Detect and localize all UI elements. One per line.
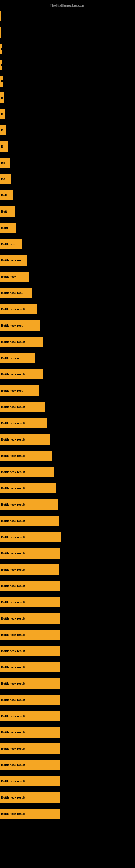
bar: E xyxy=(0,76,3,87)
bar: Bottleneck resu xyxy=(0,288,32,298)
bar-row: Bottleneck xyxy=(0,269,135,285)
bar: Bott xyxy=(0,190,13,200)
bar-row: Bottleneck result xyxy=(0,415,135,431)
bar-label: Bottleneck result xyxy=(1,438,25,441)
bar-row: Bottleneck result xyxy=(0,773,135,789)
bar: Bottleneck result xyxy=(0,369,43,379)
bar: Bottlenec xyxy=(0,239,21,249)
bar: Bottleneck result xyxy=(0,597,60,607)
bar-row: E xyxy=(0,73,135,90)
bar-row: Bottleneck result xyxy=(0,724,135,741)
bar-label: Bottleneck result xyxy=(1,812,25,815)
bar: Bottleneck result xyxy=(0,402,45,412)
bar: Bottleneck result xyxy=(0,451,52,461)
bar-row: Bottleneck result xyxy=(0,757,135,773)
bar-label: B xyxy=(1,129,3,132)
bar-row: Bottleneck res xyxy=(0,252,135,269)
bar: E xyxy=(0,60,2,70)
bar-row: Bottleneck result xyxy=(0,399,135,415)
bar-row: Bottleneck result xyxy=(0,366,135,382)
bar-row: E xyxy=(0,57,135,73)
bar: Bottleneck re xyxy=(0,353,35,363)
bar-row xyxy=(0,24,135,41)
bar-label: Bottleneck result xyxy=(1,373,25,376)
bar-label: Bottleneck result xyxy=(1,422,25,425)
bar: Bottleneck result xyxy=(0,711,60,721)
bar-label: Bottleneck xyxy=(1,275,16,278)
bar-label: Bottleneck result xyxy=(1,552,25,555)
bar-row: Bottleneck result xyxy=(0,513,135,529)
bar-label: Bottleneck re xyxy=(1,356,20,360)
bar-row: Bottleneck result xyxy=(0,610,135,627)
bar-row: E xyxy=(0,41,135,57)
bar-label: Bottleneck result xyxy=(1,617,25,620)
bar-row: Bottleneck result xyxy=(0,741,135,757)
bar: Bottleneck result xyxy=(0,304,37,314)
bar: Bottleneck result xyxy=(0,434,50,444)
bar: Bottleneck result xyxy=(0,532,61,542)
bar-label: Bo xyxy=(1,161,5,164)
bar-row: Bottleneck result xyxy=(0,496,135,513)
bar-row: B xyxy=(0,90,135,106)
bar: Bottleneck result xyxy=(0,418,47,428)
bar-label: Bottleneck result xyxy=(1,487,25,490)
bar-label: Bottleneck result xyxy=(1,649,25,653)
bar: Bottleneck result xyxy=(0,662,60,673)
bar: B xyxy=(0,141,8,152)
bar: Bottleneck result xyxy=(0,629,60,640)
bar-row: Bottleneck result xyxy=(0,708,135,724)
bar: Bottl xyxy=(0,223,16,233)
bar: Bottleneck result xyxy=(0,564,59,575)
bar-label: E xyxy=(1,47,2,51)
bar-label: Bottlenec xyxy=(1,243,14,246)
bar: Bottleneck result xyxy=(0,646,60,656)
bar-label: Bott xyxy=(1,194,7,197)
bar-label: Bottleneck result xyxy=(1,454,25,457)
bar-label: Bottleneck result xyxy=(1,780,25,783)
bar: Bottleneck result xyxy=(0,727,60,738)
bar: Bottleneck result xyxy=(0,695,60,705)
bar-label: Bottl xyxy=(1,226,8,229)
bar-row: Bottleneck result xyxy=(0,561,135,578)
bars-container: EEEBBBBBoBoBottBottBottlBottlenecBottlen… xyxy=(0,8,135,822)
bar-row: Bott xyxy=(0,187,135,204)
bar-row: Bottl xyxy=(0,220,135,236)
bar: Bottleneck result xyxy=(0,760,60,770)
bar: Bottleneck res xyxy=(0,255,27,266)
bar: Bottleneck result xyxy=(0,776,60,786)
bar-label: Bottleneck result xyxy=(1,568,25,571)
bar-label: B xyxy=(1,96,3,99)
bar: Bottleneck result xyxy=(0,548,60,558)
bar-row: B xyxy=(0,122,135,138)
bar-row: Bo xyxy=(0,171,135,187)
bar-row: Bottleneck result xyxy=(0,578,135,594)
bar-row: Bottleneck result xyxy=(0,480,135,496)
bar-label: Bottleneck result xyxy=(1,682,25,685)
bar-row: Bottleneck result xyxy=(0,334,135,350)
bar-label: Bottleneck result xyxy=(1,796,25,799)
bar-row: Bo xyxy=(0,155,135,171)
bar-label: Bottleneck resu xyxy=(1,389,24,392)
bar-label: Bo xyxy=(1,177,5,181)
bar: Bottleneck result xyxy=(0,613,60,624)
bar: Bottleneck result xyxy=(0,467,54,477)
bar-row: Bottlenec xyxy=(0,236,135,252)
bar-label: Bottleneck result xyxy=(1,308,25,311)
bar-row: Bottleneck result xyxy=(0,447,135,464)
bar-row: Bottleneck result xyxy=(0,545,135,561)
bar-label: Bottleneck result xyxy=(1,665,25,669)
bar: Bottleneck result xyxy=(0,809,60,819)
bar-label: Bottleneck resu xyxy=(1,291,24,294)
bar-row xyxy=(0,8,135,24)
bar-row: Bottleneck result xyxy=(0,675,135,692)
bar-row: B xyxy=(0,138,135,155)
bar-label: Bottleneck resu xyxy=(1,324,24,327)
bar-row: Bottleneck result xyxy=(0,692,135,708)
bar-row: Bottleneck result xyxy=(0,301,135,317)
bar-row: Bottleneck result xyxy=(0,659,135,675)
bar-label: Bottleneck result xyxy=(1,763,25,767)
bar: Bo xyxy=(0,158,10,168)
bar-label: Bottleneck res xyxy=(1,259,21,262)
bar-label: Bottleneck result xyxy=(1,405,25,408)
bar: Bottleneck resu xyxy=(0,320,40,331)
